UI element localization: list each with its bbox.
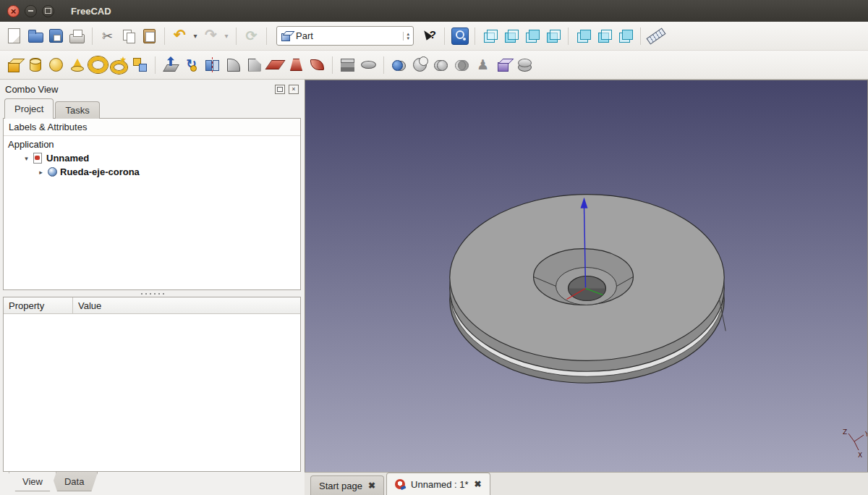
cross-sections-icon[interactable] (338, 55, 357, 75)
shape-from-mesh-icon[interactable] (473, 55, 493, 75)
float-panel-icon[interactable] (275, 85, 285, 94)
solid-icon (48, 167, 57, 177)
view-bottom-icon[interactable] (595, 26, 614, 46)
toolbar-separator (266, 28, 267, 45)
measure-distance-icon[interactable] (646, 26, 665, 46)
tree-item-label: Rueda-eje-corona (60, 166, 140, 177)
view-axonometric-icon[interactable] (480, 26, 500, 46)
whats-this-icon[interactable] (420, 26, 439, 46)
undo-dropdown-icon[interactable] (191, 26, 200, 46)
offset-icon[interactable] (359, 55, 378, 75)
shape-builder-icon[interactable] (130, 55, 150, 75)
save-icon[interactable] (46, 26, 66, 46)
mdi-area: Z Y X Start page✖Unnamed : 1*✖ (305, 80, 868, 495)
maximize-window-button[interactable] (42, 5, 54, 17)
titlebar: × FreeCAD (0, 0, 868, 22)
property-view-tabs: ViewData (3, 472, 301, 494)
cylinder-icon[interactable] (25, 55, 45, 75)
expander-closed-icon[interactable]: ▸ (37, 169, 45, 176)
tree-item[interactable]: ▸Rueda-eje-corona (4, 165, 300, 179)
paste-icon[interactable] (140, 26, 159, 46)
redo-icon[interactable] (201, 26, 221, 46)
tab-tasks[interactable]: Tasks (55, 101, 99, 119)
combo-view-title: Combo View (5, 84, 271, 95)
fit-all-icon[interactable] (450, 26, 469, 46)
sweep-icon[interactable] (307, 55, 327, 75)
toolbar-separator (92, 28, 93, 45)
tree-header: Labels & Attributes (4, 119, 300, 136)
window-title: FreeCAD (71, 6, 111, 17)
property-column-header[interactable]: Property (4, 297, 73, 313)
document-tab-label: Start page (319, 481, 362, 491)
undo-icon[interactable] (170, 26, 190, 46)
tree-item[interactable]: Application (4, 138, 300, 151)
property-editor: PropertyValue (3, 297, 301, 472)
box-icon[interactable] (4, 55, 24, 75)
copy-icon[interactable] (119, 26, 138, 46)
refresh-icon[interactable] (242, 26, 261, 46)
document-tab[interactable]: Unnamed : 1*✖ (386, 473, 490, 495)
close-panel-icon[interactable]: × (289, 85, 299, 94)
sphere-icon[interactable] (46, 55, 66, 75)
panel-splitter[interactable] (3, 290, 301, 297)
create-primitives-icon[interactable] (109, 55, 129, 75)
cut-icon[interactable] (98, 26, 117, 46)
view-left-icon[interactable] (616, 26, 635, 46)
property-column-header[interactable]: Value (73, 297, 300, 313)
axis-z-label: Z (843, 428, 847, 436)
toolbar-separator (155, 56, 156, 74)
3d-scene[interactable]: Z Y X (305, 80, 867, 472)
close-tab-icon[interactable]: ✖ (368, 481, 375, 491)
union-icon[interactable] (431, 55, 451, 75)
extrude-icon[interactable] (161, 55, 180, 75)
view-rear-icon[interactable] (574, 26, 593, 46)
expander-open-icon[interactable]: ▾ (22, 155, 30, 162)
boolean-icon[interactable] (389, 55, 409, 75)
toolbar-separator (164, 28, 165, 45)
open-file-icon[interactable] (25, 26, 45, 46)
document-tab[interactable]: Start page✖ (310, 475, 384, 495)
revolve-icon[interactable] (182, 55, 201, 75)
model-tree-frame: Labels & Attributes Application▾Unnamed▸… (3, 118, 301, 290)
tab-view[interactable]: View (9, 472, 56, 491)
make-face-icon[interactable] (265, 55, 285, 75)
fillet-icon[interactable] (224, 55, 243, 75)
document-icon (33, 153, 43, 164)
refine-shape-icon[interactable] (515, 55, 535, 75)
cone-icon[interactable] (67, 55, 87, 75)
chamfer-icon[interactable] (244, 55, 264, 75)
tree-item-label: Application (8, 139, 54, 150)
view-front-icon[interactable] (501, 26, 521, 46)
close-window-button[interactable]: × (7, 5, 20, 17)
print-icon[interactable] (67, 26, 87, 46)
intersection-icon[interactable] (452, 55, 472, 75)
freecad-icon (395, 479, 405, 489)
toolbar-separator (640, 28, 641, 45)
view-right-icon[interactable] (543, 26, 563, 46)
view-top-icon[interactable] (522, 26, 542, 46)
toolbar-part (0, 51, 868, 80)
torus-icon[interactable] (88, 55, 108, 75)
tab-project[interactable]: Project (4, 98, 54, 119)
minimize-window-button[interactable] (25, 5, 37, 17)
toolbar-separator (332, 56, 333, 74)
combo-spinner-icon[interactable]: ▴▾ (403, 32, 409, 41)
mirror-icon[interactable] (203, 55, 222, 75)
property-table-body[interactable] (4, 314, 300, 471)
new-document-icon[interactable] (4, 26, 24, 46)
redo-dropdown-icon[interactable] (222, 26, 231, 46)
toolbar-separator (383, 56, 384, 74)
tab-data[interactable]: Data (51, 472, 98, 491)
document-tab-label: Unnamed : 1* (411, 479, 469, 490)
3d-viewport[interactable]: Z Y X (305, 80, 868, 472)
cut-boolean-icon[interactable] (410, 55, 430, 75)
tree-item[interactable]: ▾Unnamed (4, 151, 300, 165)
workbench-selector[interactable]: Part▴▾ (276, 26, 414, 46)
convert-to-solid-icon[interactable] (494, 55, 514, 75)
tree-item-label: Unnamed (46, 153, 89, 164)
loft-icon[interactable] (286, 55, 306, 75)
close-tab-icon[interactable]: ✖ (475, 479, 482, 489)
workbench-label: Part (296, 30, 399, 41)
model-tree: Application▾Unnamed▸Rueda-eje-corona (4, 136, 300, 289)
toolbar-separator (236, 28, 237, 45)
